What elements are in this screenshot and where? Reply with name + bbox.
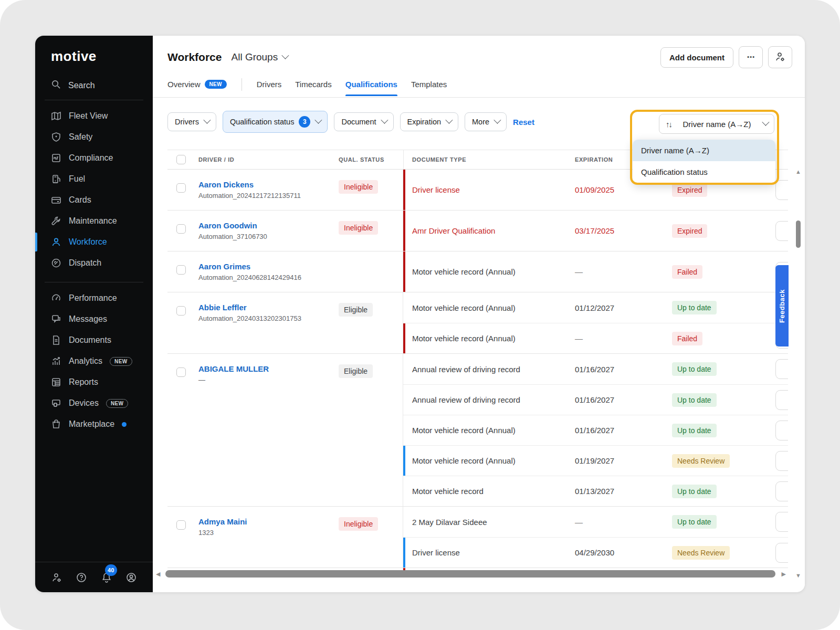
tab-timecards[interactable]: Timecards <box>295 80 331 96</box>
driver-name-link[interactable]: Aaron Dickens <box>198 180 301 189</box>
row-action-button[interactable] <box>775 180 788 200</box>
row-action-button[interactable] <box>775 451 788 471</box>
reset-filters-link[interactable]: Reset <box>513 118 534 127</box>
sort-option-qualification-status[interactable]: Qualification status <box>633 161 775 183</box>
notification-dot <box>122 422 127 427</box>
row-checkbox[interactable] <box>176 265 186 275</box>
filter-document[interactable]: Document <box>334 112 393 131</box>
row-action-button[interactable] <box>775 359 788 379</box>
document-row[interactable]: Driver license 04/29/2030 Needs Review <box>403 537 788 568</box>
sidebar-item-analytics[interactable]: Analytics NEW <box>35 351 153 372</box>
report-icon <box>51 377 61 387</box>
driver-name-link[interactable]: Abbie Leffler <box>198 303 301 312</box>
sidebar-item-compliance[interactable]: Compliance <box>35 148 153 169</box>
document-row[interactable]: Annual review of driving record 01/16/20… <box>403 354 788 384</box>
account-icon[interactable] <box>125 572 137 583</box>
sort-button-label: Driver name (A→Z) <box>677 120 757 129</box>
chevron-down-icon <box>282 52 289 59</box>
row-action-button[interactable] <box>775 221 788 241</box>
tab-templates[interactable]: Templates <box>411 80 447 96</box>
expiration-date: 01/19/2027 <box>575 456 672 465</box>
row-checkbox[interactable] <box>176 306 186 316</box>
user-settings-button[interactable] <box>768 46 792 68</box>
row-action-button[interactable] <box>775 421 788 440</box>
feedback-tab[interactable]: Feedback <box>775 265 789 346</box>
sidebar-item-devices[interactable]: Devices NEW <box>35 393 153 414</box>
row-checkbox[interactable] <box>176 224 186 234</box>
row-action-button[interactable] <box>775 481 788 501</box>
scroll-up-icon[interactable]: ▲ <box>795 169 801 175</box>
row-checkbox[interactable] <box>176 368 186 377</box>
document-row[interactable]: Motor vehicle record (Annual) 01/16/2027… <box>403 415 788 445</box>
divider <box>403 150 404 169</box>
horizontal-scrollbar[interactable]: ◀ ▶ <box>156 570 786 578</box>
add-document-button[interactable]: Add document <box>660 47 733 68</box>
sidebar-item-fuel[interactable]: Fuel <box>35 169 153 190</box>
row-action-button[interactable] <box>775 512 788 532</box>
vertical-scrollbar-thumb[interactable] <box>796 220 801 248</box>
group-filter-dropdown[interactable]: All Groups <box>231 51 287 63</box>
document-row[interactable]: Motor vehicle record (Annual) 01/19/2027… <box>403 445 788 476</box>
document-row[interactable]: 2 May Dilavar Sideee — Up to date <box>403 507 788 537</box>
document-row[interactable]: Annual review of driving record 01/16/20… <box>403 384 788 415</box>
sidebar-item-fleet-view[interactable]: Fleet View <box>35 106 153 127</box>
document-row[interactable]: Amr Driver Qualification 03/17/2025 Expi… <box>403 211 788 251</box>
driver-name-link[interactable]: Aaron Grimes <box>198 262 301 271</box>
row-action-button[interactable] <box>775 390 788 410</box>
driver-name-link[interactable]: Aaron Goodwin <box>198 221 267 230</box>
document-row[interactable]: Motor vehicle record 01/13/2027 Up to da… <box>403 476 788 506</box>
wrench-icon <box>51 216 61 226</box>
sort-dropdown-button[interactable]: ↑↓ Driver name (A→Z) <box>659 114 774 134</box>
admin-settings-icon[interactable] <box>51 572 62 583</box>
document-row[interactable]: Motor vehicle record (Annual) 01/12/2027… <box>403 292 788 323</box>
sidebar-item-workforce[interactable]: Workforce <box>35 232 153 253</box>
driver-name-link[interactable]: ABIGALE MULLER <box>198 364 269 373</box>
tab-overview[interactable]: Overview NEW <box>167 80 227 96</box>
filter-more[interactable]: More <box>465 112 507 131</box>
expiration-date: 01/16/2027 <box>575 395 672 404</box>
sidebar-item-dispatch[interactable]: Dispatch <box>35 253 153 274</box>
map-icon <box>51 111 61 121</box>
row-action-button[interactable] <box>775 543 788 563</box>
more-options-button[interactable]: ⋯ <box>739 46 763 68</box>
chevron-down-icon <box>203 117 211 124</box>
sidebar-search[interactable]: Search <box>51 79 153 91</box>
sidebar-item-documents[interactable]: Documents <box>35 330 153 351</box>
driver-name-link[interactable]: Admya Maini <box>198 517 247 526</box>
vertical-scrollbar[interactable]: ▲ ▼ <box>793 170 804 578</box>
status-badge: Expired <box>672 183 707 197</box>
sidebar-item-marketplace[interactable]: Marketplace <box>35 414 153 435</box>
sidebar-item-performance[interactable]: Performance <box>35 288 153 309</box>
sidebar-item-reports[interactable]: Reports <box>35 372 153 393</box>
scroll-right-icon[interactable]: ▶ <box>782 571 786 578</box>
divider <box>45 100 143 100</box>
scroll-left-icon[interactable]: ◀ <box>156 571 160 578</box>
devices-icon <box>51 398 61 408</box>
help-icon[interactable] <box>76 572 87 583</box>
filter-expiration[interactable]: Expiration <box>400 112 458 131</box>
document-row[interactable]: Motor vehicle record (Annual) — Failed <box>403 323 788 353</box>
sidebar-item-label: Messages <box>69 314 107 324</box>
row-checkbox[interactable] <box>176 520 186 530</box>
tab-drivers[interactable]: Drivers <box>257 80 282 96</box>
scroll-down-icon[interactable]: ▼ <box>795 572 801 579</box>
horizontal-scrollbar-thumb[interactable] <box>165 570 775 578</box>
filter-qualification-status[interactable]: Qualification status 3 <box>223 111 328 133</box>
sidebar-item-maintenance[interactable]: Maintenance <box>35 211 153 232</box>
document-row[interactable]: Motor vehicle record (Annual) — Failed <box>403 251 788 292</box>
document-type: Motor vehicle record (Annual) <box>412 334 575 343</box>
sidebar-item-cards[interactable]: Cards <box>35 190 153 211</box>
filter-drivers[interactable]: Drivers <box>167 112 216 131</box>
sidebar-item-label: Performance <box>69 293 117 303</box>
sort-option-driver-name[interactable]: Driver name (A→Z) <box>633 140 775 161</box>
column-header-expiration: EXPIRATION <box>575 156 613 163</box>
select-all-checkbox[interactable] <box>176 155 186 164</box>
sidebar-item-safety[interactable]: Safety <box>35 127 153 148</box>
row-checkbox[interactable] <box>176 183 186 193</box>
sidebar-item-messages[interactable]: Messages <box>35 309 153 330</box>
tab-qualifications[interactable]: Qualifications <box>345 80 397 96</box>
driver-id: Automation_20240313202301753 <box>198 314 301 322</box>
driver-id: 1323 <box>198 529 247 537</box>
notifications-bell-icon[interactable]: 40 <box>101 572 112 583</box>
expiration-date: 01/16/2027 <box>575 426 672 435</box>
